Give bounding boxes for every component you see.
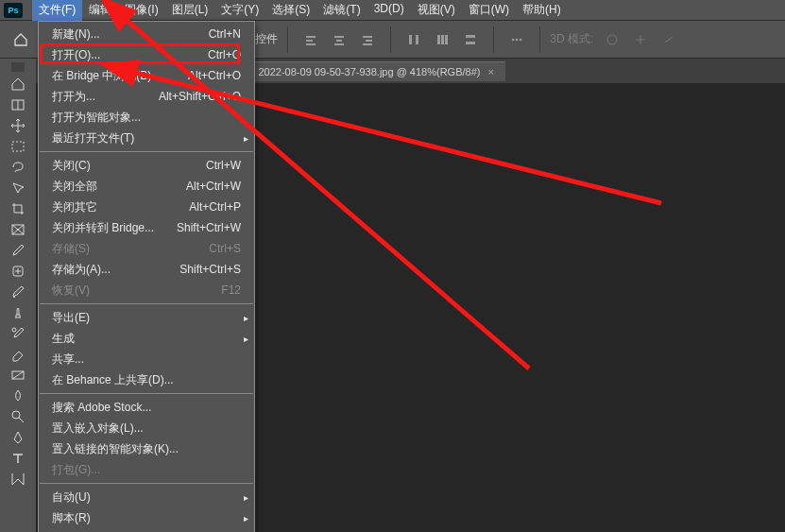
align-icon[interactable] [354,26,381,53]
toolbox-grip[interactable] [11,62,25,72]
menu-item[interactable]: 关闭并转到 Bridge...Shift+Ctrl+W [39,217,254,238]
svg-rect-13 [445,35,448,44]
move-icon[interactable] [6,115,30,136]
eraser-icon[interactable] [6,344,30,365]
menu-item[interactable]: 窗口(W) [462,0,516,21]
menu-item[interactable]: 文字(Y) [214,0,265,21]
menu-item[interactable]: 打开为...Alt+Shift+Ctrl+O [39,86,254,107]
svg-rect-4 [336,40,342,42]
menu-item[interactable]: 3D(D) [367,0,411,21]
svg-rect-15 [466,42,475,44]
menu-shortcut: Ctrl+N [209,26,241,42]
toolbox [0,59,36,532]
menu-item[interactable]: 导入(M) [39,528,254,532]
blur-icon[interactable] [6,386,30,406]
slide-icon[interactable] [656,26,682,53]
menu-item-label: 存储(S) [52,241,90,256]
menu-item[interactable]: 编辑 [82,0,118,21]
menu-item[interactable]: 脚本(R) [39,507,254,528]
svg-line-30 [19,418,24,422]
menu-item[interactable]: 置入链接的智能对象(K)... [39,438,254,459]
lasso-icon[interactable] [6,157,30,178]
menu-item-label: 在 Bridge 中浏览(B)... [52,68,161,83]
svg-point-27 [12,328,16,332]
gradient-icon[interactable] [6,365,30,386]
dist-icon[interactable] [401,26,427,53]
menu-item[interactable]: 存储为(A)...Shift+Ctrl+S [39,259,254,280]
menu-item[interactable]: 导出(E) [39,307,254,328]
menu-item[interactable]: 置入嵌入对象(L)... [39,418,254,438]
menu-item[interactable]: 自动(U) [39,487,254,507]
menu-item-label: 共享... [52,352,84,367]
menu-item[interactable]: 选择(S) [265,0,316,21]
orbit-icon[interactable] [599,26,625,53]
align-icon[interactable] [326,26,352,53]
chevron-right-icon [244,130,248,146]
pen-icon[interactable] [6,427,30,448]
svg-rect-14 [466,35,475,38]
menu-item[interactable]: 共享... [39,349,254,369]
panel-icon[interactable] [6,94,30,115]
heal-icon[interactable] [6,261,30,282]
menu-shortcut: Alt+Ctrl+P [189,199,241,215]
dist-icon[interactable] [429,26,455,53]
chevron-right-icon [244,510,248,526]
path-icon[interactable] [6,469,30,489]
3d-group [599,26,682,53]
svg-point-18 [520,38,522,41]
dodge-icon[interactable] [6,406,30,427]
svg-rect-7 [366,40,372,42]
menu-shortcut: Shift+Ctrl+W [177,220,241,235]
home-icon[interactable] [6,74,30,94]
menu-item[interactable]: 图层(L) [165,0,215,21]
brush-icon[interactable] [6,282,30,302]
type-icon[interactable] [6,448,30,469]
svg-point-17 [516,38,519,41]
svg-rect-1 [306,40,313,42]
frame-icon[interactable] [6,219,30,240]
svg-rect-11 [437,35,440,44]
menu-item-label: 打包(G)... [52,462,100,477]
menu-item[interactable]: 新建(N)...Ctrl+N [39,24,254,44]
mode-3d-label: 3D 模式: [550,31,593,47]
menu-item[interactable]: 关闭全部Alt+Ctrl+W [39,176,254,197]
menu-separator [40,483,253,484]
history-brush-icon[interactable] [6,323,30,344]
menu-separator [40,393,253,394]
menu-item-label: 关闭并转到 Bridge... [52,220,154,235]
menu-item[interactable]: 视图(V) [411,0,462,21]
more-icon[interactable] [503,26,530,53]
menu-item[interactable]: 生成 [39,328,254,349]
menu-item[interactable]: 搜索 Adobe Stock... [39,397,254,418]
eyedrop-icon[interactable] [6,240,30,261]
svg-rect-0 [306,36,316,38]
menu-separator [40,151,253,152]
close-icon[interactable]: × [487,66,493,77]
quick-select-icon[interactable] [6,178,30,198]
chevron-right-icon [244,489,248,506]
menu-item[interactable]: 关闭其它Alt+Ctrl+P [39,197,254,217]
menu-item-label: 自动(U) [52,489,91,505]
file-menu-dropdown: 新建(N)...Ctrl+N打开(O)...Ctrl+O在 Bridge 中浏览… [38,21,255,532]
align-icon[interactable] [298,26,324,53]
menu-item[interactable]: 图像(I) [118,0,164,21]
pan-icon[interactable] [627,26,654,53]
menu-item[interactable]: 文件(F) [32,0,82,21]
dist-icon[interactable] [457,26,484,53]
menu-item[interactable]: 滤镜(T) [316,0,367,21]
menu-item-label: 存储为(A)... [52,262,111,277]
menu-item[interactable]: 最近打开文件(T) [39,128,254,148]
menu-item[interactable]: 关闭(C)Ctrl+W [39,155,254,176]
distribute-group [401,26,484,53]
menu-item[interactable]: 帮助(H) [516,0,568,21]
home-icon[interactable] [8,26,34,53]
menu-item[interactable]: 打开为智能对象... [39,107,254,128]
marquee-icon[interactable] [6,136,30,157]
menu-item[interactable]: 在 Bridge 中浏览(B)...Alt+Ctrl+O [39,65,254,86]
menu-shortcut: Ctrl+W [206,158,241,173]
menu-item[interactable]: 在 Behance 上共享(D)... [39,369,254,390]
menu-item-label: 置入嵌入对象(L)... [52,420,144,436]
stamp-icon[interactable] [6,302,30,323]
crop-icon[interactable] [6,198,30,219]
menu-item[interactable]: 打开(O)...Ctrl+O [39,44,254,65]
